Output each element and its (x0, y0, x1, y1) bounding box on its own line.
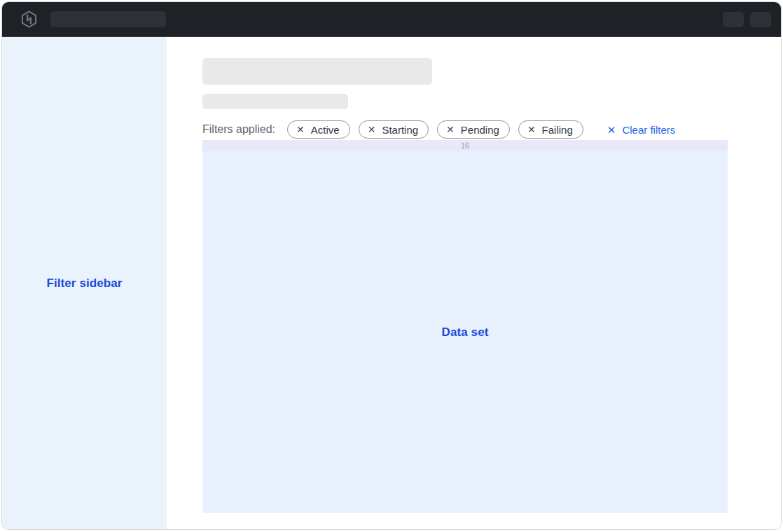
filter-chip-label: Failing (542, 124, 573, 136)
close-icon: ✕ (607, 125, 616, 135)
filter-sidebar-label: Filter sidebar (46, 276, 122, 290)
topbar-action-placeholder-1[interactable] (723, 12, 744, 27)
top-nav-bar (2, 2, 781, 37)
main-content: Filters applied: ✕ Active ✕ Starting ✕ P… (167, 37, 781, 529)
filter-chip-pending[interactable]: ✕ Pending (437, 120, 510, 139)
filter-chip-failing[interactable]: ✕ Failing (518, 120, 583, 139)
data-set-label: Data set (442, 326, 489, 340)
page-title-placeholder (202, 58, 432, 85)
topbar-actions (723, 12, 771, 27)
filter-chip-starting[interactable]: ✕ Starting (359, 120, 429, 139)
content-column: Filters applied: ✕ Active ✕ Starting ✕ P… (202, 37, 728, 513)
clear-filters-link[interactable]: ✕ Clear filters (607, 124, 675, 136)
topnav-search-placeholder[interactable] (50, 11, 166, 27)
close-icon[interactable]: ✕ (527, 125, 536, 134)
close-icon[interactable]: ✕ (368, 125, 376, 134)
applied-filters-row: Filters applied: ✕ Active ✕ Starting ✕ P… (202, 120, 728, 139)
filter-chip-label: Pending (461, 124, 499, 136)
page-subtitle-placeholder (202, 94, 348, 109)
result-count: 16 (461, 142, 469, 150)
filter-chip-label: Active (311, 124, 340, 136)
close-icon[interactable]: ✕ (446, 125, 455, 134)
filter-chip-active[interactable]: ✕ Active (287, 120, 350, 139)
filter-chip-label: Starting (382, 124, 418, 136)
data-set-area[interactable]: Data set (202, 151, 728, 513)
result-count-bar: 16 (202, 140, 728, 151)
hashicorp-logo-icon (20, 10, 38, 28)
close-icon[interactable]: ✕ (296, 125, 305, 134)
app-window: Filter sidebar Filters applied: ✕ Active… (1, 1, 782, 530)
clear-filters-label: Clear filters (622, 124, 675, 136)
filter-sidebar[interactable]: Filter sidebar (2, 37, 167, 529)
topbar-action-placeholder-2[interactable] (750, 12, 771, 27)
filters-applied-label: Filters applied: (202, 123, 275, 136)
body-row: Filter sidebar Filters applied: ✕ Active… (2, 37, 781, 529)
